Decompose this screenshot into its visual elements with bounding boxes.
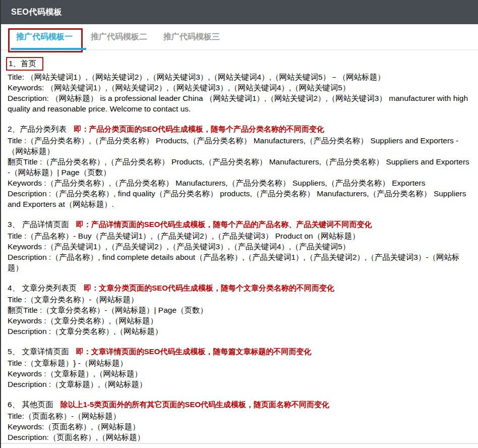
seo-line-title: Title :（产品分类名称）,（产品分类名称） Products,（产品分类名…: [8, 135, 474, 156]
seo-line-keywords: Keywords: （网站关键词1）,（网站关键词2）,（网站关键词3）,（网站…: [8, 82, 474, 93]
seo-line-keywords: Keywords :（产品分类名称）,（产品分类名称） Manufacturer…: [8, 178, 474, 188]
seo-line-paging-title: 翻页Title :（文章分类名称）-（网站标题）| Page（页数）: [8, 305, 474, 315]
section-note: 即：文章分类页面的SEO代码生成模板，随每个文章分类名称的不同而变化: [84, 284, 334, 292]
section-note: 即：产品详情页面的SEO代码生成模板，随每个产品的产品名称、产品关键词不同而变化: [76, 220, 372, 229]
seo-line-title: Title:（页面名称）-（网站标题）: [8, 411, 474, 421]
seo-line-description: Description :（产品分类名称）, find quality（产品分类…: [8, 188, 474, 209]
tab-bar: 推广代码模板一 推广代码模板二 推广代码模板三: [1, 24, 478, 50]
section-heading: 4、 文章分类列表页: [8, 284, 77, 292]
seo-line-keywords: Keywords :（产品关键词1）,（产品关键词2）,（产品关键词3）,（产品…: [8, 241, 474, 252]
section-article-category: 4、 文章分类列表页 即：文章分类页面的SEO代码生成模板，随每个文章分类名称的…: [8, 283, 474, 337]
seo-line-description: Description :（产品名称）, find complete detai…: [8, 252, 474, 273]
seo-line-description: Description :（文章分类名称）,（网站标题）: [8, 326, 474, 337]
seo-template-window: SEO代码模板 推广代码模板一 推广代码模板二 推广代码模板三 1、首页 Tit…: [0, 0, 478, 448]
active-tab-underline: [11, 48, 86, 50]
bottom-divider: [1, 443, 478, 444]
section-product-category: 2、产品分类列表 即：产品分类页面的SEO代码生成模板，随每个产品分类名称的不同…: [8, 124, 474, 209]
tab-template-3[interactable]: 推广代码模板三: [163, 32, 220, 42]
section-note: 即：产品分类页面的SEO代码生成模板，随每个产品分类名称的不同而变化: [74, 125, 324, 133]
seo-line-keywords: Keywords :（文章分类名称）,（网站标题）: [8, 315, 474, 326]
page-title: SEO代码模板: [11, 7, 62, 18]
section-heading: 6、 其他页面: [8, 400, 53, 409]
template-content: 1、首页 Title: （网站关键词1）,（网站关键词2）,（网站关键词3）,（…: [1, 50, 478, 442]
section-heading: 1、首页: [6, 57, 43, 71]
section-note: 即：文章详情页面的SEO代码生成模板，随每篇文章标题的不同而变化: [76, 347, 312, 356]
seo-line-description: Description :（文章标题）,（网站标题）: [8, 379, 474, 389]
section-heading: 3、 产品详情页面: [8, 220, 69, 229]
seo-line-title: Title :（产品名称）- Buy（产品关键词1）,（产品关键词2）,（产品关…: [8, 231, 474, 241]
section-heading: 2、产品分类列表: [8, 125, 67, 133]
tab-template-2[interactable]: 推广代码模板二: [91, 32, 147, 42]
seo-line-title: Title: （网站关键词1）,（网站关键词2）,（网站关键词3）,（网站关键词…: [8, 72, 474, 82]
seo-line-title: Title :（文章分类名称）-（网站标题）: [8, 294, 474, 305]
tab-template-1[interactable]: 推广代码模板一: [16, 32, 73, 42]
seo-line-description: Description: （网站标题） is a professional le…: [8, 93, 474, 114]
seo-line-description: Description:（页面名称）,（网站标题）: [8, 432, 474, 442]
seo-line-paging-title: 翻页Title :（产品分类名称）,（产品分类名称） Products,（产品分…: [8, 156, 474, 178]
seo-line-title: Title :（文章标题）} -（网站标题）: [8, 358, 474, 368]
section-product-detail: 3、 产品详情页面 即：产品详情页面的SEO代码生成模板，随每个产品的产品名称、…: [8, 219, 474, 273]
seo-line-keywords: Keywords :（文章标题）,（网站标题）: [8, 368, 474, 379]
section-article-detail: 5、 文章详情页面 即：文章详情页面的SEO代码生成模板，随每篇文章标题的不同而…: [8, 346, 474, 389]
section-heading: 5、 文章详情页面: [8, 347, 69, 356]
section-home: 1、首页 Title: （网站关键词1）,（网站关键词2）,（网站关键词3）,（…: [8, 57, 474, 114]
seo-line-keywords: Keywords:（页面名称）,（网站标题）: [8, 421, 474, 432]
section-note: 除以上1-5类页面外的所有其它页面的SEO代码生成模板，随页面名称不同而变化: [61, 400, 329, 409]
section-other-pages: 6、 其他页面 除以上1-5类页面外的所有其它页面的SEO代码生成模板，随页面名…: [8, 399, 474, 442]
window-header: SEO代码模板: [1, 0, 478, 24]
